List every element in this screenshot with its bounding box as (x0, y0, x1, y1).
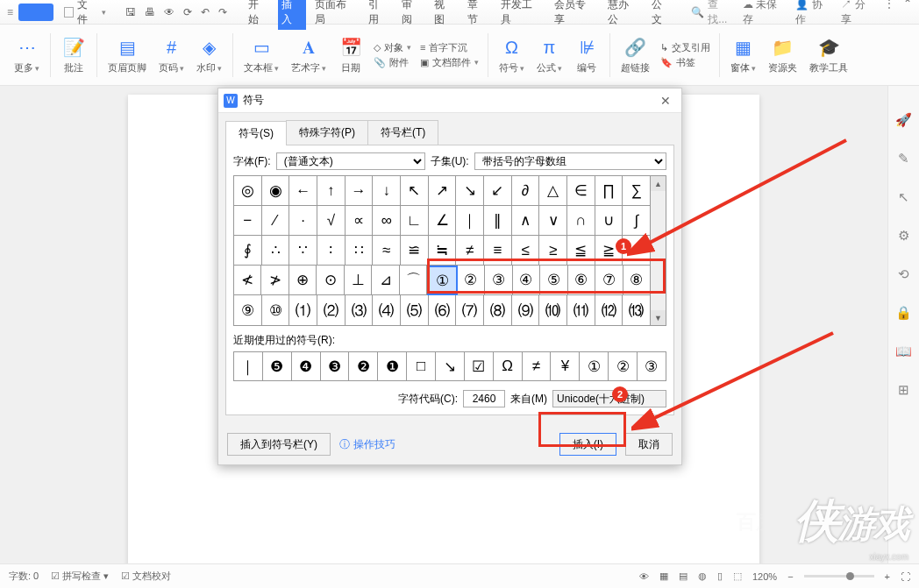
ribbon-equation[interactable]: π 公式▾ (531, 28, 567, 82)
symbol-cell[interactable]: ↖ (401, 176, 429, 206)
redo-icon[interactable]: ↷ (218, 6, 227, 18)
symbol-cell[interactable]: ↓ (373, 176, 401, 206)
symbol-cell[interactable]: ∶ (317, 236, 346, 266)
symbol-cell[interactable]: ⑦ (595, 266, 623, 295)
code-input[interactable] (463, 390, 505, 407)
symbol-cell[interactable]: ③ (485, 266, 512, 295)
book-icon[interactable]: 📖 (895, 344, 912, 359)
recent-symbol-cell[interactable]: ❶ (378, 352, 407, 380)
symbol-cell[interactable]: ∫ (623, 206, 650, 236)
ribbon-docparts[interactable]: ▣ 文档部件 ▾ (420, 56, 479, 69)
zoom-slider[interactable] (804, 575, 874, 577)
ribbon-more[interactable]: ⋯ 更多▾ (9, 28, 45, 82)
zoom-in[interactable]: + (885, 571, 890, 582)
menu-view[interactable]: 视图 (431, 0, 459, 30)
symbol-cell[interactable]: ⊥ (345, 266, 372, 295)
insert-to-bar-button[interactable]: 插入到符号栏(Y) (227, 433, 331, 456)
recent-symbol-cell[interactable]: ③ (638, 352, 666, 380)
recent-symbol-cell[interactable]: ☑ (465, 352, 494, 380)
symbol-cell[interactable]: ↑ (317, 176, 346, 206)
symbol-cell[interactable]: ∏ (595, 176, 623, 206)
refresh-icon[interactable]: ⟳ (183, 6, 192, 18)
app-tab[interactable] (18, 4, 53, 21)
recent-symbol-cell[interactable]: ↘ (436, 352, 465, 380)
symbol-cell[interactable]: △ (539, 176, 567, 206)
symbol-cell[interactable]: √ (317, 206, 346, 236)
menu-reference[interactable]: 引用 (365, 0, 393, 30)
symbol-cell[interactable]: ∕ (262, 206, 290, 236)
symbol-cell[interactable]: ⊙ (317, 266, 344, 295)
grid-icon[interactable]: ⊞ (898, 382, 909, 398)
recent-symbol-cell[interactable]: ❷ (349, 352, 378, 380)
ribbon-headerfooter[interactable]: ▤ 页眉页脚 (103, 28, 152, 82)
print-icon[interactable]: 🖶 (145, 6, 155, 18)
undo-icon[interactable]: ↶ (201, 6, 210, 18)
symbol-cell[interactable]: ⑨ (234, 295, 262, 325)
symbol-cell[interactable]: ⑷ (373, 295, 401, 325)
spellcheck-toggle[interactable]: ☑ 拼写检查 ▾ (51, 570, 109, 583)
fullscreen-icon[interactable]: ⛶ (901, 571, 910, 582)
symbol-cell[interactable]: ⑻ (484, 295, 512, 325)
symbol-cell[interactable]: → (346, 176, 374, 206)
tips-link[interactable]: ⓘ 操作技巧 (339, 437, 395, 452)
tab-symbolbar[interactable]: 符号栏(T) (367, 120, 438, 145)
symbol-cell[interactable]: ⑩ (262, 295, 290, 325)
symbol-cell[interactable]: ① (427, 266, 457, 295)
symbol-cell[interactable] (623, 236, 650, 266)
symbol-cell[interactable]: ｜ (456, 206, 484, 236)
more-icon[interactable]: ⋮ (884, 0, 894, 27)
font-select[interactable]: (普通文本) (276, 152, 425, 170)
symbol-cell[interactable]: ⑾ (567, 295, 595, 325)
symbol-cell[interactable]: ∞ (373, 206, 401, 236)
symbol-cell[interactable]: ⑽ (539, 295, 567, 325)
recent-symbol-cell[interactable]: ¥ (551, 352, 580, 380)
view-icon-6[interactable]: ⬚ (733, 570, 742, 582)
symbol-cell[interactable]: ⑹ (429, 295, 457, 325)
symbol-cell[interactable]: ⑥ (568, 266, 595, 295)
symbol-cell[interactable]: ∂ (512, 176, 540, 206)
cursor-icon[interactable]: ↖ (898, 189, 909, 205)
menu-chapter[interactable]: 章节 (464, 0, 492, 30)
symbol-cell[interactable]: ⊿ (372, 266, 399, 295)
symbol-cell[interactable]: ↘ (456, 176, 484, 206)
symbol-cell[interactable]: ⑵ (317, 295, 346, 325)
symbol-cell[interactable]: ≯ (261, 266, 289, 295)
symbol-cell[interactable]: ④ (513, 266, 540, 295)
zoom-out[interactable]: − (787, 571, 793, 582)
symbol-cell[interactable]: ≮ (234, 266, 261, 295)
menu-review[interactable]: 审阅 (398, 0, 426, 30)
symbol-cell[interactable]: ⊕ (289, 266, 317, 295)
tab-special[interactable]: 特殊字符(P) (286, 120, 368, 145)
view-icon-5[interactable]: ▯ (717, 570, 723, 582)
word-count[interactable]: 字数: 0 (9, 570, 39, 583)
symbol-cell[interactable]: ⑿ (595, 295, 623, 325)
symbol-cell[interactable]: ◎ (234, 176, 262, 206)
recent-symbol-cell[interactable]: Ω (494, 352, 523, 380)
symbol-cell[interactable]: ∨ (539, 206, 567, 236)
view-icon-1[interactable]: 👁 (639, 571, 649, 582)
symbol-cell[interactable]: ② (458, 266, 485, 295)
menu-insert[interactable]: 插入 (278, 0, 306, 30)
collab-button[interactable]: 👤 协作 (795, 0, 832, 27)
symbol-cell[interactable]: ≌ (401, 236, 429, 266)
symbol-cell[interactable]: ∟ (401, 206, 429, 236)
symbol-cell[interactable]: ⌒ (400, 266, 427, 295)
symbol-cell[interactable]: ⑺ (456, 295, 484, 325)
symbol-cell[interactable]: ↗ (429, 176, 457, 206)
symbol-cell[interactable]: ∑ (623, 176, 650, 206)
grid-scrollbar[interactable]: ▲ ▼ (650, 176, 666, 325)
menu-pagelayout[interactable]: 页面布局 (311, 0, 360, 30)
ribbon-dropcap[interactable]: ≡ 首字下沉 (420, 41, 479, 54)
rocket-icon[interactable]: 🚀 (895, 112, 912, 128)
docproof-toggle[interactable]: ☑ 文档校对 (121, 570, 171, 583)
symbol-cell[interactable]: ≥ (539, 236, 567, 266)
view-icon-4[interactable]: ◍ (698, 570, 707, 582)
recent-symbol-cell[interactable]: ❸ (321, 352, 350, 380)
ribbon-bookmark[interactable]: 🔖 书签 (660, 56, 710, 69)
close-button[interactable]: ✕ (655, 94, 676, 108)
ribbon-symbol[interactable]: Ω 符号▾ (494, 28, 530, 82)
symbol-cell[interactable]: ∈ (567, 176, 595, 206)
recent-symbol-cell[interactable]: ❹ (292, 352, 321, 380)
zoom-level[interactable]: 120% (752, 571, 777, 582)
ribbon-number[interactable]: ⊯ 编号 (569, 28, 604, 82)
